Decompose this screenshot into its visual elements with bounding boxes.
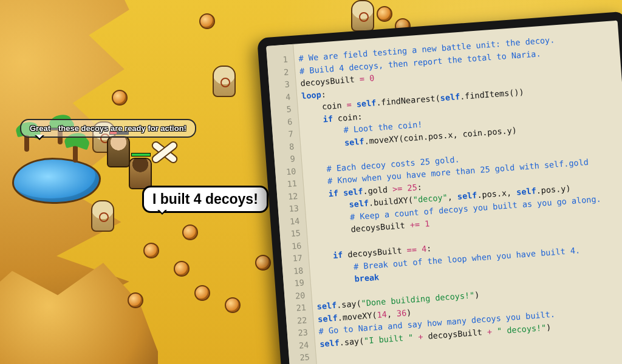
code-text[interactable]: [307, 238, 313, 251]
code-text[interactable]: [315, 350, 321, 363]
hero-speech-bubble: I built 4 decoys!: [142, 186, 268, 213]
coin-item[interactable]: [112, 90, 128, 106]
hero-speech-text: I built 4 decoys!: [152, 191, 258, 207]
coin-item[interactable]: [128, 292, 143, 308]
coin-item[interactable]: [255, 255, 271, 271]
code-text[interactable]: [301, 152, 306, 164]
coin-item[interactable]: [143, 243, 159, 258]
decoy-unit[interactable]: [91, 200, 114, 232]
coin-item[interactable]: [194, 285, 210, 301]
coin-item[interactable]: [174, 261, 190, 277]
decoy-unit[interactable]: [351, 0, 374, 32]
coin-item[interactable]: [225, 297, 241, 313]
line-number: 25: [289, 350, 316, 364]
coin-item[interactable]: [377, 6, 392, 22]
bones-prop: [149, 137, 177, 165]
decoy-unit[interactable]: [213, 66, 236, 97]
code-text[interactable]: [311, 288, 316, 301]
player-hero[interactable]: [129, 158, 152, 189]
coin-item[interactable]: [182, 224, 198, 240]
hero-health-bar: [131, 153, 151, 157]
code-editor-panel[interactable]: 1# We are field testing a new battle uni…: [257, 12, 622, 364]
npc-speech-bubble: Great—these decoys are ready for action!: [20, 119, 196, 138]
oasis-pond: [12, 158, 101, 204]
coin-item[interactable]: [199, 13, 215, 29]
npc-speech-text: Great—these decoys are ready for action!: [30, 124, 186, 133]
npc-naria[interactable]: [107, 136, 130, 167]
palm-tree: [73, 140, 78, 163]
code-editor-content[interactable]: 1# We are field testing a new battle uni…: [267, 31, 612, 364]
